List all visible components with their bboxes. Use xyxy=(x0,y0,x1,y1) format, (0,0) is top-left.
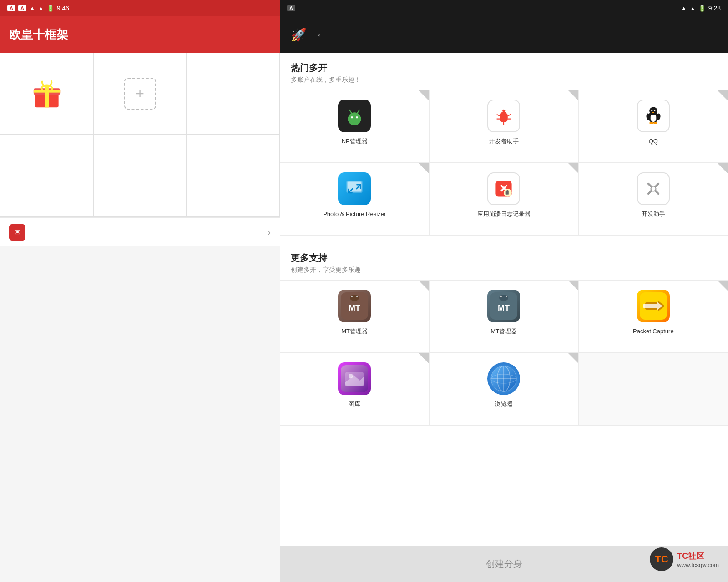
hot-section-title: 热门多开 xyxy=(291,62,717,74)
corner-mark xyxy=(718,163,728,173)
browser-icon xyxy=(487,362,520,395)
svg-point-27 xyxy=(652,110,652,111)
np-icon xyxy=(338,100,371,132)
devhelper-label: 开发者助手 xyxy=(489,138,519,146)
svg-point-12 xyxy=(356,116,358,118)
gift-cell[interactable] xyxy=(0,53,93,135)
crash-icon: ✕ xyxy=(487,172,520,205)
app-cell-devhelper[interactable]: 开发者助手 xyxy=(429,90,578,163)
more-section-title: 更多支持 xyxy=(291,252,717,264)
corner-mark xyxy=(568,90,578,100)
crash-svg: ✕ xyxy=(494,179,514,199)
create-button[interactable]: 创建分身 xyxy=(486,558,522,570)
left-status-icons: A A ▲ ▲ 🔋 9:46 xyxy=(7,5,69,12)
app-cell-np[interactable]: NP管理器 xyxy=(280,90,429,163)
dev-icon xyxy=(637,172,670,205)
watermark-icon: TC xyxy=(650,547,673,571)
corner-mark xyxy=(419,281,429,291)
app-cell-mt1[interactable]: MT MT管理器 xyxy=(280,280,429,353)
rocket-icon: 🚀 xyxy=(291,27,307,42)
svg-rect-35 xyxy=(348,182,362,192)
svg-point-24 xyxy=(649,107,657,115)
right-wifi-icon: ▲ xyxy=(690,5,696,12)
left-content: + ✉ › xyxy=(0,53,280,582)
dev-svg xyxy=(643,179,663,199)
svg-point-33 xyxy=(653,122,657,124)
hot-section-subtitle: 多账户在线，多重乐趣！ xyxy=(291,76,717,84)
qq-svg xyxy=(643,106,663,126)
svg-text:MT: MT xyxy=(349,303,360,312)
np-label: NP管理器 xyxy=(342,138,368,146)
svg-point-49 xyxy=(500,296,502,297)
app-cell-gallery[interactable]: 图库 xyxy=(280,353,429,426)
notification-row[interactable]: ✉ › xyxy=(0,217,280,246)
empty-cell-2 xyxy=(0,135,93,216)
mt1-svg: MT xyxy=(341,292,368,320)
app-cell-browser[interactable]: 浏览器 xyxy=(429,353,578,426)
app-cell-qq[interactable]: QQ xyxy=(579,90,728,163)
svg-rect-55 xyxy=(643,304,657,308)
qq-icon xyxy=(637,100,670,132)
svg-point-11 xyxy=(351,116,353,118)
left-topbar: 欧皇十框架 xyxy=(0,16,280,53)
svg-point-21 xyxy=(505,110,507,112)
resizer-icon xyxy=(338,172,371,205)
gallery-svg xyxy=(341,365,368,392)
right-time: 9:28 xyxy=(708,5,721,12)
back-arrow-icon[interactable]: ← xyxy=(316,28,327,41)
corner-mark xyxy=(568,163,578,173)
watermark-site-name: TC社区 xyxy=(677,551,719,562)
right-status-left-icons: A xyxy=(287,5,295,11)
packet-label: Packet Capture xyxy=(633,328,674,336)
mt1-label: MT管理器 xyxy=(341,328,368,336)
app-cell-resizer[interactable]: Photo & Picture Resizer xyxy=(280,163,429,236)
dev-label: 开发助手 xyxy=(642,211,665,218)
corner-mark xyxy=(718,281,728,291)
resizer-label: Photo & Picture Resizer xyxy=(323,211,386,218)
bug-svg xyxy=(494,106,514,126)
add-button[interactable]: + xyxy=(124,78,156,110)
browser-label: 浏览器 xyxy=(495,401,513,408)
hot-section: 热门多开 多账户在线，多重乐趣！ xyxy=(280,53,728,84)
svg-line-16 xyxy=(497,115,500,116)
devhelper-icon xyxy=(487,100,520,132)
empty-cell-4 xyxy=(187,135,280,216)
app-cell-packet[interactable]: Packet Capture xyxy=(579,280,728,353)
more-section: 更多支持 创建多开，享受更多乐趣！ xyxy=(280,243,728,274)
svg-point-28 xyxy=(655,110,656,111)
signal-icon: ▲ xyxy=(29,5,35,12)
gallery-icon xyxy=(338,362,371,395)
app-cell-mt2[interactable]: MT MT管理器 xyxy=(429,280,578,353)
svg-point-20 xyxy=(501,110,503,112)
svg-rect-7 xyxy=(348,117,351,121)
left-app-indicator2: A xyxy=(18,5,26,11)
mt2-icon: MT xyxy=(487,290,520,322)
more-section-subtitle: 创建多开，享受更多乐趣！ xyxy=(291,266,717,274)
spacer xyxy=(280,426,728,435)
svg-rect-10 xyxy=(355,121,357,124)
watermark: TC TC社区 www.tcsqw.com xyxy=(650,547,719,571)
left-time: 9:46 xyxy=(57,5,69,12)
add-app-cell[interactable]: + xyxy=(93,53,187,135)
svg-rect-9 xyxy=(352,121,354,124)
android-svg xyxy=(344,106,364,126)
app-title: 欧皇十框架 xyxy=(9,27,68,43)
corner-mark xyxy=(419,163,429,173)
svg-point-44 xyxy=(351,296,353,297)
app-cell-empty xyxy=(579,353,728,426)
svg-line-17 xyxy=(508,115,511,116)
right-panel: 🚀 ← 热门多开 多账户在线，多重乐趣！ xyxy=(280,0,728,582)
app-cell-crash[interactable]: ✕ 应用崩溃日志记录器 xyxy=(429,163,578,236)
qq-label: QQ xyxy=(649,138,658,146)
svg-point-23 xyxy=(650,114,656,122)
svg-point-45 xyxy=(356,296,358,297)
app-cell-dev[interactable]: 开发助手 xyxy=(579,163,728,236)
mt2-svg: MT xyxy=(490,292,517,320)
empty-cell-3 xyxy=(93,135,187,216)
gift-icon xyxy=(31,78,63,110)
mt1-icon: MT xyxy=(338,290,371,322)
svg-point-48 xyxy=(499,295,508,301)
empty-cell-1 xyxy=(187,53,280,135)
chevron-right-icon: › xyxy=(268,227,271,237)
browser-svg xyxy=(490,365,517,392)
